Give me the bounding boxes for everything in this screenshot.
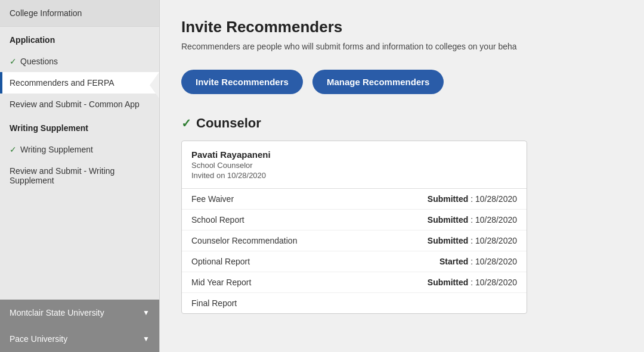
report-label: Mid Year Report	[191, 278, 251, 287]
report-status: Submitted : 10/28/2020	[428, 278, 517, 287]
main-content: Invite Recommenders Recommenders are peo…	[160, 0, 644, 352]
page-title: Invite Recommenders	[181, 18, 623, 36]
button-row: Invite Recommenders Manage Recommenders	[181, 70, 623, 94]
invite-recommenders-button[interactable]: Invite Recommenders	[181, 70, 303, 94]
counselor-check-icon: ✓	[181, 116, 191, 130]
report-status: Submitted : 10/28/2020	[428, 236, 517, 245]
report-row-counselor-recommendation: Counselor Recommendation Submitted : 10/…	[182, 230, 527, 251]
pace-label: Pace University	[10, 334, 67, 344]
report-row-optional-report: Optional Report Started : 10/28/2020	[182, 251, 527, 272]
report-status: Submitted : 10/28/2020	[428, 215, 517, 225]
report-label: School Report	[191, 215, 244, 225]
sidebar-writing-label: Writing Supplement	[20, 145, 93, 154]
sidebar-item-writing-supplement[interactable]: ✓ Writing Supplement	[0, 139, 159, 160]
sidebar-item-review-writing-supplement[interactable]: Review and Submit - Writing Supplement	[0, 160, 159, 191]
montclair-label: Montclair State University	[10, 308, 104, 317]
college-info-label: College Information	[10, 8, 82, 18]
sidebar-recommenders-label: Recommenders and FERPA	[10, 78, 114, 88]
sidebar-application-header: Application	[0, 27, 159, 51]
counselor-invited: Invited on 10/28/2020	[191, 171, 517, 180]
report-row-mid-year-report: Mid Year Report Submitted : 10/28/2020	[182, 272, 527, 293]
counselor-info: Pavati Rayapaneni School Counselor Invit…	[182, 141, 527, 189]
sidebar-item-pace[interactable]: Pace University ▼	[0, 326, 159, 352]
sidebar: College Information Application ✓ Questi…	[0, 0, 160, 352]
sidebar-item-questions[interactable]: ✓ Questions	[0, 51, 159, 72]
sidebar-item-montclair[interactable]: Montclair State University ▼	[0, 300, 159, 326]
chevron-down-icon: ▼	[143, 309, 150, 317]
counselor-section-title: ✓ Counselor	[181, 116, 623, 131]
sidebar-writing-supplement-header: Writing Supplement	[0, 115, 159, 139]
sidebar-review-writing-label: Review and Submit - Writing Supplement	[10, 166, 150, 185]
report-status: Submitted : 10/28/2020	[428, 194, 517, 204]
report-row-school-report: School Report Submitted : 10/28/2020	[182, 210, 527, 230]
counselor-name: Pavati Rayapaneni	[191, 149, 517, 160]
sidebar-review-common-app-label: Review and Submit - Common App	[10, 99, 140, 109]
report-label: Counselor Recommendation	[191, 236, 297, 245]
page-subtitle: Recommenders are people who will submit …	[181, 41, 623, 53]
report-status: Started : 10/28/2020	[439, 257, 517, 266]
counselor-card: Pavati Rayapaneni School Counselor Invit…	[181, 141, 527, 314]
sidebar-questions-label: Questions	[20, 57, 58, 66]
sidebar-item-college-info[interactable]: College Information	[0, 0, 159, 27]
report-row-fee-waiver: Fee Waiver Submitted : 10/28/2020	[182, 189, 527, 210]
sidebar-item-recommenders-ferpa[interactable]: Recommenders and FERPA	[0, 72, 159, 94]
report-label: Optional Report	[191, 257, 250, 266]
sidebar-item-review-common-app[interactable]: Review and Submit - Common App	[0, 94, 159, 115]
report-label: Final Report	[191, 298, 237, 308]
check-icon-writing: ✓	[10, 145, 17, 154]
report-label: Fee Waiver	[191, 194, 234, 204]
chevron-down-icon-pace: ▼	[143, 335, 150, 343]
manage-recommenders-button[interactable]: Manage Recommenders	[312, 70, 444, 94]
counselor-role: School Counselor	[191, 161, 517, 170]
check-icon: ✓	[10, 57, 17, 66]
report-row-final-report: Final Report	[182, 293, 527, 313]
